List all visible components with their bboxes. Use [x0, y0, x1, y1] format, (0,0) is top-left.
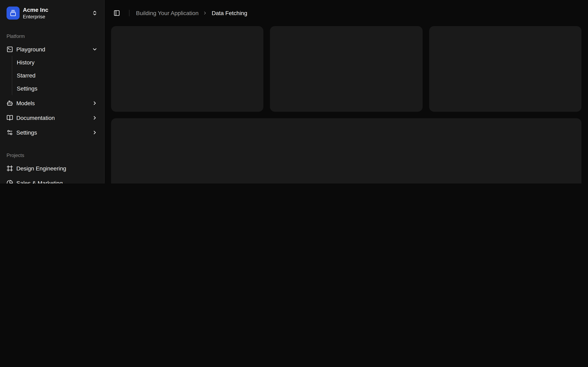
sidebar-item-label: Documentation [16, 114, 55, 121]
team-text: Acme Inc Enterprise [23, 7, 48, 20]
frame-icon [7, 165, 13, 171]
platform-menu: Playground History Starred [3, 43, 101, 139]
chevron-right-icon [92, 129, 98, 135]
placeholder-card-row [111, 26, 581, 112]
subitem-label: Starred [17, 72, 35, 78]
sidebar-toggle-button[interactable] [111, 7, 122, 19]
bot-icon [7, 100, 13, 106]
sidebar-item-sales-marketing[interactable]: Sales & Marketing [3, 176, 101, 184]
playground-submenu: History Starred Settings [12, 56, 101, 95]
sidebar-group-projects: Projects Design Engineering [3, 145, 101, 184]
subitem-label: Settings [17, 85, 37, 92]
team-plan: Enterprise [23, 14, 48, 20]
projects-menu: Design Engineering Sales & Marketing [3, 162, 101, 184]
placeholder-card-1 [111, 26, 264, 112]
chevron-right-icon [203, 11, 208, 16]
sidebar-item-design-engineering[interactable]: Design Engineering [3, 162, 101, 175]
subitem-label: History [17, 59, 35, 66]
pie-chart-icon [7, 180, 13, 184]
placeholder-card-2 [270, 26, 423, 112]
chevron-down-icon [92, 46, 98, 52]
group-label-platform: Platform [3, 30, 101, 43]
main-area: Building Your Application Data Fetching [104, 0, 588, 184]
viewport: Acme Inc Enterprise Platform [0, 0, 588, 184]
settings-icon [7, 129, 13, 136]
chevron-right-icon [92, 100, 98, 106]
team-name: Acme Inc [23, 7, 48, 14]
team-switcher-button[interactable]: Acme Inc Enterprise [3, 3, 101, 23]
sidebar-item-playground[interactable]: Playground [3, 43, 101, 56]
sidebar-item-label: Design Engineering [16, 165, 66, 171]
header-separator [129, 10, 130, 16]
sidebar-item-settings[interactable]: Settings [3, 126, 101, 139]
placeholder-card-large [111, 118, 581, 184]
top-header: Building Your Application Data Fetching [104, 0, 588, 26]
team-logo [7, 7, 20, 20]
breadcrumb-current-page: Data Fetching [212, 10, 247, 16]
sidebar-item-models[interactable]: Models [3, 96, 101, 109]
sidebar-subitem-settings[interactable]: Settings [13, 83, 101, 94]
page-content [104, 26, 588, 184]
sidebar-item-label: Sales & Marketing [16, 180, 63, 184]
sidebar-item-documentation[interactable]: Documentation [3, 111, 101, 124]
sidebar-item-label: Playground [16, 46, 45, 52]
playground-block: Playground History Starred [3, 43, 101, 95]
gallery-vertical-end-icon [10, 10, 16, 17]
app-shell: Acme Inc Enterprise Platform [0, 0, 588, 184]
sidebar-item-label: Settings [16, 129, 37, 136]
book-open-icon [7, 114, 13, 121]
square-terminal-icon [7, 46, 13, 52]
sidebar-group-platform: Platform Playground [3, 26, 101, 139]
breadcrumb-parent-link[interactable]: Building Your Application [136, 10, 199, 16]
placeholder-card-3 [429, 26, 581, 112]
chevrons-up-down-icon [92, 10, 98, 16]
sidebar-subitem-history[interactable]: History [13, 57, 101, 68]
sidebar: Acme Inc Enterprise Platform [0, 0, 104, 184]
group-label-projects: Projects [3, 149, 101, 162]
sidebar-content: Platform Playground [0, 26, 104, 184]
sidebar-subitem-starred[interactable]: Starred [13, 69, 101, 81]
sidebar-item-label: Models [16, 100, 35, 106]
breadcrumb: Building Your Application Data Fetching [136, 10, 247, 16]
chevron-right-icon [92, 115, 98, 120]
sidebar-header: Acme Inc Enterprise [0, 0, 104, 26]
panel-left-icon [113, 10, 120, 16]
